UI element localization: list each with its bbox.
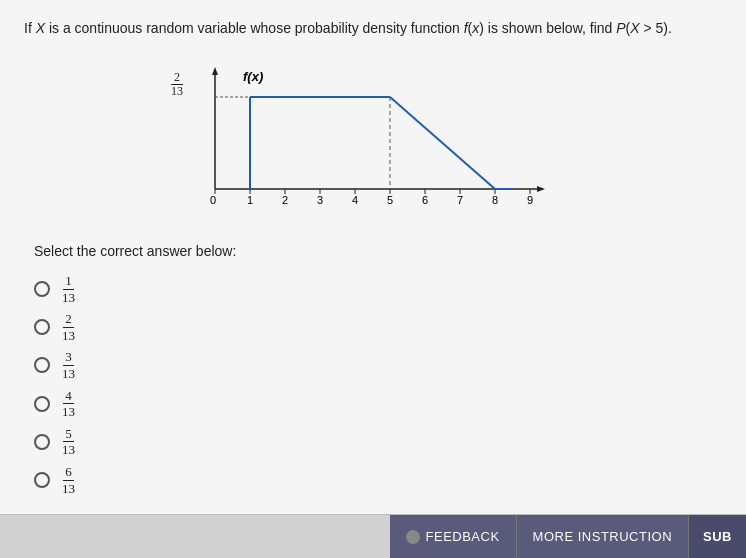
radio-option-3[interactable] xyxy=(34,357,50,373)
list-item: 3 13 xyxy=(34,349,722,381)
more-instruction-label: MORE INSTRUCTION xyxy=(533,529,672,544)
feedback-label: FEEDBACK xyxy=(426,529,500,544)
svg-text:f(x): f(x) xyxy=(243,69,263,84)
bottom-bar: FEEDBACK MORE INSTRUCTION SUB xyxy=(0,514,746,558)
svg-text:9: 9 xyxy=(527,194,533,206)
svg-marker-3 xyxy=(537,186,545,192)
svg-text:1: 1 xyxy=(247,194,253,206)
main-content: If X is a continuous random variable who… xyxy=(0,0,746,558)
svg-marker-1 xyxy=(212,67,218,75)
submit-button[interactable]: SUB xyxy=(688,515,746,559)
svg-text:5: 5 xyxy=(387,194,393,206)
list-item: 5 13 xyxy=(34,426,722,458)
svg-text:4: 4 xyxy=(352,194,358,206)
svg-text:6: 6 xyxy=(422,194,428,206)
more-instruction-button[interactable]: MORE INSTRUCTION xyxy=(516,515,688,559)
options-list: 1 13 2 13 3 13 4 13 xyxy=(34,273,722,496)
svg-text:7: 7 xyxy=(457,194,463,206)
feedback-icon xyxy=(406,530,420,544)
list-item: 6 13 xyxy=(34,464,722,496)
feedback-button[interactable]: FEEDBACK xyxy=(390,515,516,559)
question-text: If X is a continuous random variable who… xyxy=(24,18,722,39)
graph-svg: 0 1 2 3 4 5 6 xyxy=(153,59,573,219)
radio-option-6[interactable] xyxy=(34,472,50,488)
svg-text:3: 3 xyxy=(317,194,323,206)
list-item: 4 13 xyxy=(34,388,722,420)
graph-container: 2 13 0 1 xyxy=(4,59,722,219)
radio-option-4[interactable] xyxy=(34,396,50,412)
fraction-3: 3 13 xyxy=(60,349,77,381)
radio-option-5[interactable] xyxy=(34,434,50,450)
fraction-5: 5 13 xyxy=(60,426,77,458)
select-label: Select the correct answer below: xyxy=(34,243,722,259)
list-item: 1 13 xyxy=(34,273,722,305)
radio-option-2[interactable] xyxy=(34,319,50,335)
fraction-6: 6 13 xyxy=(60,464,77,496)
fraction-4: 4 13 xyxy=(60,388,77,420)
svg-text:8: 8 xyxy=(492,194,498,206)
submit-label: SUB xyxy=(703,529,732,544)
svg-text:2: 2 xyxy=(282,194,288,206)
fraction-2: 2 13 xyxy=(60,311,77,343)
radio-option-1[interactable] xyxy=(34,281,50,297)
svg-line-28 xyxy=(390,97,495,189)
svg-text:0: 0 xyxy=(210,194,216,206)
list-item: 2 13 xyxy=(34,311,722,343)
graph-wrapper: 2 13 0 1 xyxy=(153,59,573,219)
fraction-1: 1 13 xyxy=(60,273,77,305)
